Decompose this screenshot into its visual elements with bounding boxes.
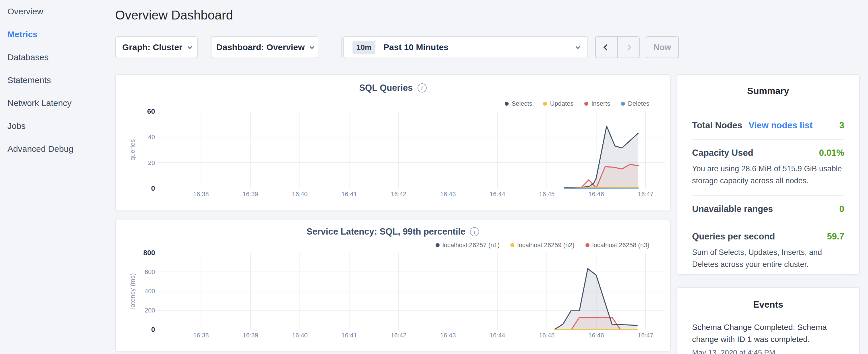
svg-text:20: 20 <box>148 159 155 166</box>
svg-text:16:40: 16:40 <box>292 190 308 198</box>
event-message: Schema Change Completed: Schema change w… <box>692 321 844 345</box>
events-panel: Events Schema Change Completed: Schema c… <box>677 287 860 354</box>
sidebar-item-metrics[interactable]: Metrics <box>0 23 113 46</box>
chevron-down-icon <box>187 44 192 49</box>
svg-text:16:43: 16:43 <box>440 190 456 198</box>
event-item: Schema Change Completed: Schema change w… <box>692 321 844 354</box>
sidebar-item-advanced-debug[interactable]: Advanced Debug <box>0 137 113 160</box>
svg-text:16:42: 16:42 <box>391 332 407 339</box>
events-title: Events <box>677 299 859 310</box>
svg-text:800: 800 <box>143 249 155 257</box>
now-button[interactable]: Now <box>646 36 679 58</box>
svg-text:16:38: 16:38 <box>193 190 209 198</box>
svg-text:0: 0 <box>151 326 155 333</box>
svg-text:16:42: 16:42 <box>391 190 407 198</box>
summary-row-unavailable-ranges: Unavailable ranges 0 <box>692 196 844 223</box>
event-timestamp: May 13, 2020 at 4:45 PM <box>692 348 844 354</box>
svg-text:16:40: 16:40 <box>292 332 308 339</box>
time-range-dropdown[interactable]: 10m Past 10 Minutes <box>343 36 588 58</box>
sidebar-item-statements[interactable]: Statements <box>0 69 113 92</box>
view-nodes-list-link[interactable]: View nodes list <box>748 120 812 131</box>
svg-text:16:39: 16:39 <box>242 190 258 198</box>
svg-text:queries: queries <box>129 139 136 161</box>
capacity-used-value: 0.01% <box>819 148 844 158</box>
chevron-right-icon <box>625 44 631 50</box>
prev-time-window-button[interactable] <box>596 37 618 58</box>
svg-text:16:45: 16:45 <box>539 332 555 339</box>
svg-text:16:44: 16:44 <box>490 190 505 198</box>
graph-scope-dropdown[interactable]: Graph: Cluster <box>115 36 198 58</box>
dashboard-dropdown[interactable]: Dashboard: Overview <box>211 36 318 58</box>
svg-text:16:45: 16:45 <box>539 190 555 198</box>
svg-text:16:41: 16:41 <box>341 190 357 198</box>
time-range-label: Past 10 Minutes <box>383 42 448 52</box>
summary-row-capacity-used: Capacity Used 0.01% You are using 28.6 M… <box>692 140 844 196</box>
time-range-badge: 10m <box>352 41 375 54</box>
sidebar: Overview Metrics Databases Statements Ne… <box>0 0 113 354</box>
chevron-down-icon <box>576 44 580 49</box>
svg-text:16:43: 16:43 <box>440 332 456 339</box>
svg-text:60: 60 <box>147 107 155 115</box>
svg-text:16:46: 16:46 <box>588 190 604 198</box>
summary-panel: Summary Total Nodes View nodes list 3 Ca… <box>677 74 860 275</box>
sql-queries-chart: 16:3816:3916:4016:4116:4216:4316:4416:45… <box>116 75 670 211</box>
service-latency-card: Service Latency: SQL, 99th percentile i … <box>115 220 671 352</box>
sidebar-item-jobs[interactable]: Jobs <box>0 115 113 137</box>
svg-text:16:47: 16:47 <box>638 332 653 339</box>
qps-value: 59.7 <box>827 231 844 242</box>
summary-title: Summary <box>677 86 859 96</box>
summary-row-queries-per-second: Queries per second 59.7 Sum of Selects, … <box>692 223 844 280</box>
svg-text:16:38: 16:38 <box>193 332 209 339</box>
svg-text:latency (ms): latency (ms) <box>129 273 136 309</box>
chevron-down-icon <box>310 44 314 49</box>
svg-text:0: 0 <box>151 185 155 192</box>
svg-text:16:47: 16:47 <box>638 190 654 198</box>
sql-queries-card: SQL Queries i Selects Updates Inserts De… <box>115 74 671 211</box>
service-latency-chart: 16:3816:3916:4016:4116:4216:4316:4416:45… <box>116 220 670 351</box>
svg-text:40: 40 <box>148 133 155 141</box>
svg-text:16:46: 16:46 <box>588 332 604 339</box>
total-nodes-value: 3 <box>839 120 844 131</box>
svg-text:200: 200 <box>145 307 155 314</box>
svg-text:600: 600 <box>145 268 155 276</box>
next-time-window-button[interactable] <box>618 37 639 58</box>
svg-text:16:39: 16:39 <box>243 332 258 339</box>
admin-ui-page: Overview Metrics Databases Statements Ne… <box>0 0 868 354</box>
page-title: Overview Dashboard <box>115 8 233 22</box>
sidebar-item-databases[interactable]: Databases <box>0 46 113 69</box>
unavailable-ranges-value: 0 <box>839 204 844 214</box>
divider <box>341 37 342 58</box>
sidebar-item-network-latency[interactable]: Network Latency <box>0 92 113 115</box>
chevron-left-icon <box>603 44 610 50</box>
time-window-pager <box>595 36 640 58</box>
summary-row-total-nodes: Total Nodes View nodes list 3 <box>692 112 844 140</box>
sidebar-item-overview[interactable]: Overview <box>0 0 113 23</box>
svg-text:400: 400 <box>145 288 155 295</box>
svg-text:16:41: 16:41 <box>341 332 357 339</box>
svg-text:16:44: 16:44 <box>490 332 505 339</box>
